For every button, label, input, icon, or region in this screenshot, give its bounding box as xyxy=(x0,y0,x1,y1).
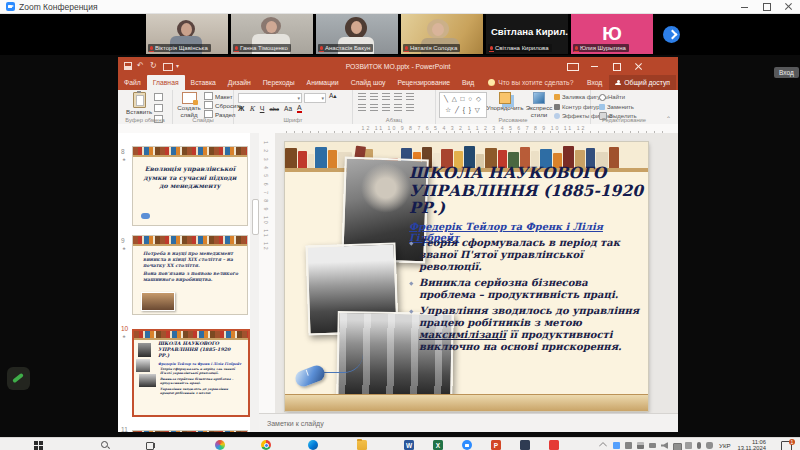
edge-icon[interactable] xyxy=(308,440,318,450)
participant-name: Світлана Кирилова xyxy=(495,44,549,52)
tab-design[interactable]: Дизайн xyxy=(222,75,257,90)
language-indicator[interactable]: УКР xyxy=(719,442,731,449)
display-settings-icon[interactable] xyxy=(562,57,584,75)
bold-button[interactable]: Ж xyxy=(238,105,244,112)
indent-increase-icon[interactable] xyxy=(394,93,402,100)
font-name-combo[interactable] xyxy=(238,93,302,103)
grow-font-icon[interactable]: A▴ xyxy=(329,92,337,100)
tab-insert[interactable]: Вставка xyxy=(185,75,222,90)
align-center-icon[interactable] xyxy=(370,104,378,111)
slide-thumbnail-11[interactable] xyxy=(132,430,248,432)
tab-slideshow[interactable]: Слайд шоу xyxy=(345,75,392,90)
photos-app-icon[interactable] xyxy=(215,440,225,450)
clock[interactable]: 11:06 13.11.2024 xyxy=(737,439,766,450)
align-right-icon[interactable] xyxy=(382,104,390,111)
media-app-icon[interactable] xyxy=(549,440,559,450)
tab-view[interactable]: Вид xyxy=(456,75,480,90)
font-size-combo[interactable] xyxy=(304,93,326,103)
next-participants-button[interactable] xyxy=(663,26,680,43)
participant-tile[interactable]: Ю Юлия Шурыгина xyxy=(571,14,653,54)
line-spacing-icon[interactable] xyxy=(406,93,414,100)
tab-transitions[interactable]: Переходы xyxy=(257,75,301,90)
network-icon[interactable] xyxy=(637,442,644,449)
search-icon[interactable] xyxy=(100,440,110,450)
tab-animations[interactable]: Анимации xyxy=(301,75,345,90)
lightbulb-icon xyxy=(488,79,495,86)
display-icon[interactable] xyxy=(673,443,682,450)
bullet-list-icon[interactable] xyxy=(358,93,366,100)
account-login[interactable]: Вход xyxy=(587,79,602,86)
slide-number: 9 xyxy=(121,237,125,244)
tray-expand-icon[interactable] xyxy=(599,442,607,450)
align-left-icon[interactable] xyxy=(358,104,366,111)
battery-icon[interactable] xyxy=(649,443,656,448)
shape-outline-icon xyxy=(554,104,560,110)
maximize-button[interactable] xyxy=(756,0,778,13)
bookshelf-graphic xyxy=(133,431,247,432)
annotation-pen-icon[interactable] xyxy=(7,367,30,390)
italic-button[interactable]: К xyxy=(249,105,254,113)
shapes-gallery[interactable]: ╲ △ □ ○ ◇ ☆ ╱ { } ▽ xyxy=(439,92,487,118)
file-explorer-icon[interactable] xyxy=(357,440,367,450)
collapse-ribbon-icon[interactable]: ⌃ xyxy=(666,116,672,122)
share-button[interactable]: Общий доступ xyxy=(609,75,676,90)
paste-button[interactable]: Вставить xyxy=(126,92,152,116)
ppt-close-button[interactable] xyxy=(628,57,650,75)
ppt-minimize-button[interactable] xyxy=(584,57,606,75)
columns-icon[interactable] xyxy=(406,104,414,111)
tab-review[interactable]: Рецензирование xyxy=(392,75,456,90)
chrome-icon[interactable] xyxy=(261,440,271,450)
new-slide-button[interactable]: Создать слайд xyxy=(176,92,202,118)
word-icon[interactable]: W xyxy=(404,440,414,450)
task-view-icon[interactable] xyxy=(145,440,155,450)
current-slide[interactable]: ШКОЛА НАУКОВОГО УПРАВЛІННЯ (1885-1920 РР… xyxy=(285,142,648,411)
start-button[interactable] xyxy=(33,440,43,450)
excel-icon[interactable]: X xyxy=(433,440,443,450)
zoom-app-icon[interactable] xyxy=(462,440,472,450)
slide-bullets[interactable]: Теорія сформувалась в період так званої … xyxy=(419,237,641,357)
strikethrough-button[interactable]: abc xyxy=(269,106,279,112)
participant-tile[interactable]: Вікторія Щавінська xyxy=(146,14,228,54)
cut-icon[interactable] xyxy=(154,93,163,101)
participant-tile[interactable]: Ганна Тімощенко xyxy=(231,14,313,54)
speaker-icon[interactable] xyxy=(661,442,668,449)
tab-file[interactable]: Файл xyxy=(118,75,147,90)
notification-badge: 1 xyxy=(789,439,795,445)
action-center-icon[interactable]: 1 xyxy=(781,441,792,450)
ppt-maximize-button[interactable] xyxy=(606,57,628,75)
participant-tile[interactable]: Світлана Кирил... Світлана Кирилова xyxy=(486,14,568,54)
find-button[interactable]: Найти xyxy=(599,93,637,102)
powerpoint-icon[interactable]: P xyxy=(491,440,501,450)
desktop-login-button[interactable]: Вход xyxy=(774,67,799,78)
bluetooth-icon[interactable] xyxy=(625,442,632,449)
notes-pane[interactable]: Заметки к слайду xyxy=(259,413,678,432)
close-button[interactable] xyxy=(778,0,800,13)
justify-icon[interactable] xyxy=(394,104,402,111)
thumbnail-photo xyxy=(136,359,150,372)
quick-styles-button[interactable]: Экспресс стили xyxy=(524,92,554,118)
calculator-icon[interactable] xyxy=(520,440,530,450)
microphone-icon[interactable] xyxy=(697,442,701,449)
animation-star-icon: ★ xyxy=(122,246,126,251)
numbered-list-icon[interactable] xyxy=(370,93,378,100)
participant-tile[interactable]: Наталія Солодка xyxy=(401,14,483,54)
replace-button[interactable]: Заменить xyxy=(599,103,637,112)
participant-tile[interactable]: Анастасія Бакун xyxy=(316,14,398,54)
underline-button[interactable]: Ч xyxy=(260,105,265,112)
tray-zoom-icon[interactable] xyxy=(613,442,620,449)
tell-me-box[interactable]: Что вы хотите сделать? xyxy=(488,75,573,90)
slide-thumbnail-9[interactable]: Потреба в науці про менеджмент виникла в… xyxy=(132,235,248,315)
arrange-icon xyxy=(499,92,511,104)
copy-icon[interactable] xyxy=(154,104,163,112)
slide-thumbnail-10-selected[interactable]: ШКОЛА НАУКОВОГО УПРАВЛІННЯ (1885-1920 РР… xyxy=(132,329,250,417)
font-color-button[interactable]: А xyxy=(297,104,302,113)
change-case-button[interactable]: Aa xyxy=(284,105,292,112)
onedrive-icon[interactable] xyxy=(685,442,692,449)
arrange-button[interactable]: Упорядочить xyxy=(488,92,522,112)
indent-decrease-icon[interactable] xyxy=(382,93,390,100)
security-shield-icon[interactable] xyxy=(706,442,713,449)
slide-thumbnail-8[interactable]: Еволюція управлінської думки та сучасні … xyxy=(132,146,248,226)
minimize-button[interactable] xyxy=(734,0,756,13)
tab-home[interactable]: Главная xyxy=(147,75,185,90)
slide-title[interactable]: ШКОЛА НАУКОВОГО УПРАВЛІННЯ (1885-1920 РР… xyxy=(409,164,643,217)
